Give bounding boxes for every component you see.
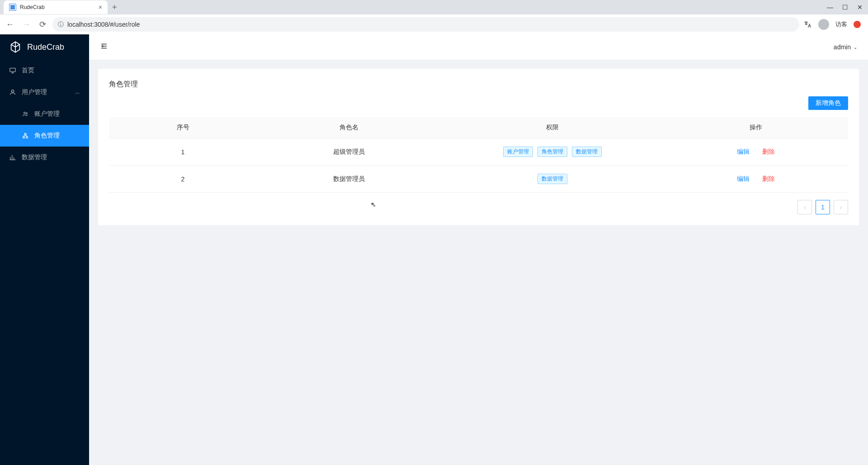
- edit-button[interactable]: 编辑: [737, 148, 750, 155]
- chart-icon: [9, 154, 16, 161]
- sidebar-item-label: 数据管理: [22, 153, 47, 161]
- pagination: ‹ 1 ›: [109, 200, 848, 214]
- forward-icon[interactable]: →: [20, 18, 33, 31]
- svg-rect-5: [23, 137, 25, 138]
- add-role-button[interactable]: 新增角色: [808, 96, 848, 110]
- close-window-icon[interactable]: ✕: [857, 4, 863, 11]
- cell-seq: 2: [109, 166, 257, 193]
- maximize-icon[interactable]: ☐: [842, 4, 848, 11]
- back-icon[interactable]: ←: [4, 18, 16, 31]
- logo-text: RudeCrab: [27, 43, 64, 52]
- url-text: localhost:3008/#/user/role: [67, 21, 140, 28]
- translate-icon[interactable]: [803, 20, 812, 29]
- tab-title: RudeCrab: [20, 4, 95, 10]
- url-input[interactable]: ⓘ localhost:3008/#/user/role: [52, 17, 799, 32]
- logo-icon: [9, 41, 22, 53]
- perm-tag: 角色管理: [538, 147, 567, 157]
- sidebar: RudeCrab 首页 用户管理 ︿: [0, 34, 89, 465]
- collapse-sidebar-icon[interactable]: [100, 42, 108, 52]
- svg-point-2: [24, 112, 26, 114]
- team-icon: [22, 110, 29, 118]
- sidebar-item-label: 首页: [22, 66, 34, 75]
- main-area: admin ⌄ 角色管理 新增角色 序号 角色名 权限 操作: [89, 34, 868, 465]
- svg-rect-0: [10, 68, 15, 72]
- minimize-icon[interactable]: —: [827, 4, 833, 11]
- sidebar-item-label: 角色管理: [34, 132, 60, 140]
- col-header-perm: 权限: [442, 117, 664, 138]
- table-header-row: 序号 角色名 权限 操作: [109, 117, 848, 138]
- page-prev-button[interactable]: ‹: [797, 200, 812, 214]
- role-table: 序号 角色名 权限 操作 1 超级管理员 账户管理 角色管理: [109, 117, 848, 193]
- header: admin ⌄: [89, 34, 868, 60]
- delete-button[interactable]: 删除: [762, 148, 775, 155]
- cell-name: 超级管理员: [257, 138, 442, 166]
- extension-icon[interactable]: [854, 21, 861, 28]
- sidebar-item-account[interactable]: 账户管理: [0, 103, 89, 125]
- col-header-action: 操作: [663, 117, 848, 138]
- sidebar-item-label: 用户管理: [22, 88, 47, 96]
- svg-rect-4: [24, 133, 26, 135]
- cell-perms: 数据管理: [442, 166, 664, 193]
- info-icon: ⓘ: [58, 20, 64, 28]
- chevron-down-icon: ⌄: [854, 45, 857, 50]
- new-tab-button[interactable]: +: [108, 3, 122, 12]
- submenu-user: 账户管理 角色管理: [0, 103, 89, 147]
- address-bar: ← → ⟳ ⓘ localhost:3008/#/user/role 访客: [0, 14, 868, 34]
- perm-tag: 数据管理: [538, 174, 567, 184]
- sidebar-item-user-mgmt[interactable]: 用户管理 ︿: [0, 81, 89, 103]
- tab-favicon-icon: [9, 4, 16, 11]
- app-container: RudeCrab 首页 用户管理 ︿: [0, 34, 868, 465]
- cell-name: 数据管理员: [257, 166, 442, 193]
- sidebar-item-data[interactable]: 数据管理: [0, 147, 89, 168]
- cell-perms: 账户管理 角色管理 数据管理: [442, 138, 664, 166]
- sidebar-item-role[interactable]: 角色管理: [0, 125, 89, 147]
- reload-icon[interactable]: ⟳: [36, 18, 49, 31]
- user-icon: [9, 89, 16, 96]
- window-controls: — ☐ ✕: [827, 4, 868, 11]
- page-number-button[interactable]: 1: [816, 200, 830, 214]
- card: 角色管理 新增角色 序号 角色名 权限 操作: [98, 69, 859, 225]
- tab-bar: RudeCrab × + — ☐ ✕: [0, 0, 868, 14]
- svg-rect-6: [26, 137, 28, 138]
- page-title: 角色管理: [109, 80, 848, 89]
- table-row: 2 数据管理员 数据管理 编辑 删除: [109, 166, 848, 193]
- logo-area[interactable]: RudeCrab: [0, 34, 89, 60]
- chevron-up-icon: ︿: [75, 89, 80, 96]
- browser-chrome: RudeCrab × + — ☐ ✕ ← → ⟳ ⓘ localhost:300…: [0, 0, 868, 34]
- table-row: 1 超级管理员 账户管理 角色管理 数据管理 编辑 删除: [109, 138, 848, 166]
- browser-tab[interactable]: RudeCrab ×: [4, 0, 108, 14]
- header-user-dropdown[interactable]: admin ⌄: [834, 43, 857, 51]
- col-header-name: 角色名: [257, 117, 442, 138]
- toolbar: 新增角色: [109, 96, 848, 110]
- perm-tag: 账户管理: [503, 147, 533, 157]
- cell-actions: 编辑 删除: [663, 166, 848, 193]
- nav-menu: 首页 用户管理 ︿ 账户管理: [0, 60, 89, 168]
- sidebar-item-label: 账户管理: [34, 110, 60, 118]
- page-next-button[interactable]: ›: [834, 200, 848, 214]
- header-user-label: admin: [834, 43, 851, 51]
- col-header-seq: 序号: [109, 117, 257, 138]
- desktop-icon: [9, 67, 16, 74]
- svg-point-1: [11, 90, 14, 92]
- delete-button[interactable]: 删除: [762, 175, 775, 182]
- address-bar-right: 访客: [803, 19, 864, 30]
- close-icon[interactable]: ×: [99, 4, 102, 11]
- content: 角色管理 新增角色 序号 角色名 权限 操作: [89, 60, 868, 465]
- cell-actions: 编辑 删除: [663, 138, 848, 166]
- avatar-icon[interactable]: [818, 19, 829, 30]
- sidebar-item-home[interactable]: 首页: [0, 60, 89, 81]
- guest-label: 访客: [835, 20, 847, 28]
- svg-point-3: [26, 113, 27, 114]
- perm-tag: 数据管理: [572, 147, 602, 157]
- edit-button[interactable]: 编辑: [737, 175, 750, 182]
- apartment-icon: [22, 132, 29, 139]
- cell-seq: 1: [109, 138, 257, 166]
